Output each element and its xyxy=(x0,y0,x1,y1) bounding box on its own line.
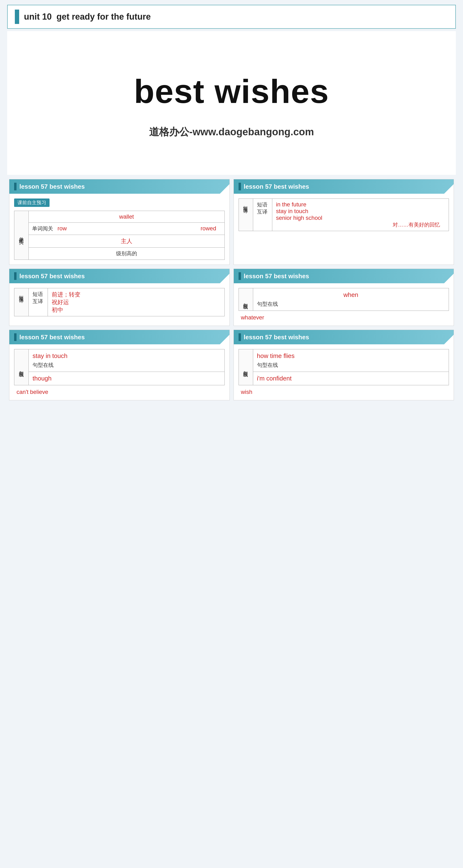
sp-keyword-6b: i'm confident xyxy=(257,375,292,382)
table-cell-6b: i'm confident xyxy=(253,372,449,385)
table-row: 单词阅关 row rowed xyxy=(14,223,225,235)
vocab-word-1: wallet xyxy=(32,213,221,220)
table-cell: 级别高的 xyxy=(29,248,225,260)
vocab-label-cell: 单词阅关 xyxy=(14,211,29,260)
vocab-vertical-label: 单词阅关 xyxy=(18,233,25,237)
header-title: get ready for the future xyxy=(57,12,151,22)
panel-2-title: lesson 57 best wishes xyxy=(244,183,309,190)
label-cell: 短语互译 xyxy=(14,288,29,316)
panel-6-header: lesson 57 best wishes xyxy=(234,330,454,344)
panel-1-body: 课前自主预习 单词阅关 wallet 单词阅关 row rowed xyxy=(9,194,229,265)
sp-label-cell: 句型在线 xyxy=(238,288,253,311)
sp-keyword-5a: stay in touch xyxy=(33,352,221,360)
panel-5: lesson 57 best wishes 句型在线 stay in touch… xyxy=(9,330,230,400)
phrase-1: in the future xyxy=(276,201,306,208)
sp-below-4: whatever xyxy=(238,314,449,321)
sp-inline-4: 句型在线 xyxy=(257,301,278,307)
panel-3-body: 短语互译 短语互译 前进；转变 祝好运 初中 xyxy=(9,283,229,321)
vocab-table: 单词阅关 wallet 单词阅关 row rowed xyxy=(14,211,225,260)
table-row: 短语互译 短语互译 前进；转变 祝好运 初中 xyxy=(14,288,225,316)
table-row: 主人 xyxy=(14,235,225,248)
phrase-4: 对……有美好的回忆 xyxy=(276,221,445,228)
panel-6-body: 句型在线 how time flies 句型在线 i'm confident w… xyxy=(234,344,454,400)
panel-3-accent xyxy=(14,272,16,280)
table-cell-5a: stay in touch 句型在线 xyxy=(29,349,225,372)
panel-4-body: 句型在线 when 句型在线 whatever xyxy=(234,283,454,326)
sp-label-v5: 句型在线 xyxy=(18,367,25,369)
panel-6: lesson 57 best wishes 句型在线 how time flie… xyxy=(234,330,454,400)
sp-table-4: 句型在线 when 句型在线 xyxy=(238,288,449,311)
panel-5-title: lesson 57 best wishes xyxy=(20,334,85,341)
pre-class-badge: 课前自主预习 xyxy=(14,198,49,207)
panel-4-accent xyxy=(238,272,241,280)
table-row: 级别高的 xyxy=(14,248,225,260)
sp-label-cell-5: 句型在线 xyxy=(14,349,29,385)
table-cell: wallet xyxy=(29,211,225,223)
panel-6-title: lesson 57 best wishes xyxy=(244,334,309,341)
phrase-table-2: 短语互译 短语互译 in the future stay in touch se… xyxy=(238,198,449,231)
panel-2-header: lesson 57 best wishes xyxy=(234,179,454,194)
panel-1: lesson 57 best wishes 课前自主预习 单词阅关 wallet… xyxy=(9,179,230,265)
table-cell: 前进；转变 祝好运 初中 xyxy=(48,288,225,316)
table-cell: 短语互译 xyxy=(29,288,48,316)
sp-label-v6: 句型在线 xyxy=(243,367,249,369)
panel-5-header: lesson 57 best wishes xyxy=(9,330,229,344)
panel-5-accent xyxy=(14,333,16,341)
sp-table-6: 句型在线 how time flies 句型在线 i'm confident xyxy=(238,349,449,385)
header-accent-block xyxy=(15,9,19,24)
hero-subtitle: 道格办公-www.daogebangong.com xyxy=(149,125,314,138)
table-row: 单词阅关 wallet xyxy=(14,211,225,223)
sp-keyword-4: when xyxy=(257,291,445,299)
sp-keyword-6a: how time flies xyxy=(257,352,445,360)
page-header: unit 10 get ready for the future xyxy=(7,5,456,29)
sp-below-5: can't believe xyxy=(14,389,225,395)
phrase-3-2: 祝好运 xyxy=(52,299,69,305)
vocab-word-4: 级别高的 xyxy=(32,250,221,257)
panel-2-accent xyxy=(238,183,241,190)
table-row: 句型在线 when 句型在线 xyxy=(238,288,449,311)
table-row: 句型在线 how time flies 句型在线 xyxy=(238,349,449,372)
panel-1-title: lesson 57 best wishes xyxy=(20,183,85,190)
panel-4-header: lesson 57 best wishes xyxy=(234,269,454,283)
panel-2: lesson 57 best wishes 短语互译 短语互译 in the f… xyxy=(234,179,454,265)
panel-3-header: lesson 57 best wishes xyxy=(9,269,229,283)
table-cell: 主人 xyxy=(29,235,225,248)
panel-3: lesson 57 best wishes 短语互译 短语互译 前进；转变 祝好… xyxy=(9,269,230,326)
phrase-label-short: 短语互译 xyxy=(243,202,249,206)
table-row: though xyxy=(14,372,225,385)
table-cell-5b: though xyxy=(29,372,225,385)
sp-table-5: 句型在线 stay in touch 句型在线 though xyxy=(14,349,225,385)
panel-1-accent xyxy=(14,183,16,190)
panels-grid: lesson 57 best wishes 课前自主预习 单词阅关 wallet… xyxy=(7,177,456,402)
panel-5-body: 句型在线 stay in touch 句型在线 though can't bel… xyxy=(9,344,229,400)
phrase-3: senior high school xyxy=(276,215,322,221)
table-cell: 短语互译 xyxy=(253,199,272,231)
table-row: i'm confident xyxy=(238,372,449,385)
panel-4-title: lesson 57 best wishes xyxy=(244,273,309,280)
panel-1-header: lesson 57 best wishes xyxy=(9,179,229,194)
label-cell: 短语互译 xyxy=(238,199,253,231)
panel-3-title: lesson 57 best wishes xyxy=(20,273,85,280)
phrase-2: stay in touch xyxy=(276,208,308,214)
table-cell-6a: how time flies 句型在线 xyxy=(253,349,449,372)
table-row: 短语互译 短语互译 in the future stay in touch se… xyxy=(238,199,449,231)
hero-main-title: best wishes xyxy=(134,72,329,111)
table-cell: in the future stay in touch senior high … xyxy=(272,199,449,231)
vocab-word-3: 主人 xyxy=(121,238,132,244)
sp-below-6: wish xyxy=(238,389,449,395)
unit-label: unit 10 xyxy=(24,12,52,22)
panel-4: lesson 57 best wishes 句型在线 when 句型在线 wha… xyxy=(234,269,454,326)
vocab-word-2b: rowed xyxy=(200,225,216,231)
phrase-table-3: 短语互译 短语互译 前进；转变 祝好运 初中 xyxy=(14,288,225,316)
sp-inline-5: 句型在线 xyxy=(33,362,54,368)
sp-keyword-5b: though xyxy=(33,375,52,382)
table-cell: when 句型在线 xyxy=(253,288,449,311)
hero-section: best wishes 道格办公-www.daogebangong.com xyxy=(7,31,456,175)
phrase-3-3: 初中 xyxy=(52,307,63,313)
vocab-word-2: row xyxy=(58,225,67,231)
table-row: 句型在线 stay in touch 句型在线 xyxy=(14,349,225,372)
sp-inline-6: 句型在线 xyxy=(257,362,278,368)
table-cell: 单词阅关 row rowed xyxy=(29,223,225,235)
phrase-label-v3: 短语互译 xyxy=(18,292,25,296)
panel-2-body: 短语互译 短语互译 in the future stay in touch se… xyxy=(234,194,454,236)
